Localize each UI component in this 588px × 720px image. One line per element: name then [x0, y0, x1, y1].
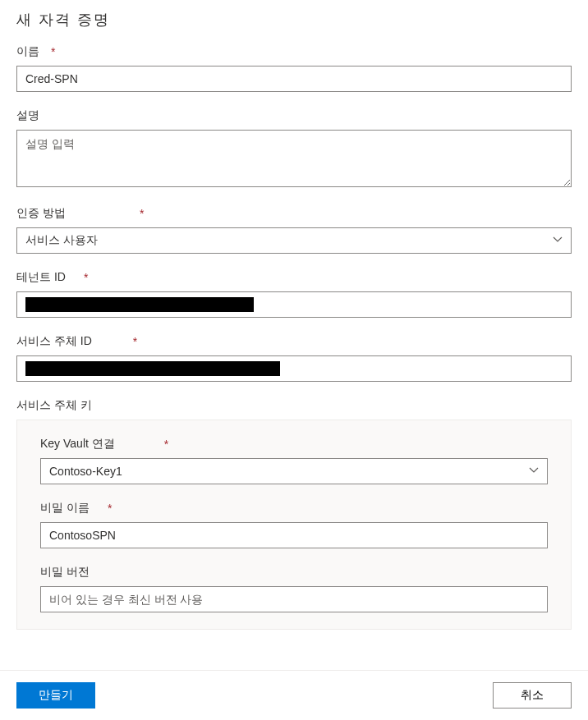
auth-method-field-group: 인증 방법 * 서비스 사용자 [16, 206, 572, 254]
required-marker: * [51, 45, 55, 58]
auth-method-select[interactable]: 서비스 사용자 [16, 227, 572, 254]
auth-method-label: 인증 방법 [16, 206, 66, 221]
name-label: 이름 [16, 44, 39, 59]
kv-connection-select[interactable]: Contoso-Key1 [40, 458, 548, 484]
secret-name-field-group: 비밀 이름 * [40, 501, 548, 548]
description-textarea[interactable] [16, 130, 572, 187]
required-marker: * [108, 502, 112, 515]
name-field-group: 이름 * [16, 44, 572, 92]
redacted-value [25, 361, 280, 376]
cancel-button[interactable]: 취소 [493, 682, 572, 709]
create-button[interactable]: 만들기 [16, 682, 95, 709]
sp-id-field-group: 서비스 주체 ID * [16, 334, 572, 382]
required-marker: * [140, 207, 144, 220]
description-label: 설명 [16, 108, 39, 123]
description-field-group: 설명 [16, 108, 572, 190]
footer: 만들기 취소 [0, 670, 588, 720]
tenant-id-field-group: 테넌트 ID * [16, 270, 572, 318]
page-title: 새 자격 증명 [16, 10, 572, 30]
tenant-id-input[interactable] [16, 291, 572, 318]
kv-connection-field-group: Key Vault 연결 * Contoso-Key1 [40, 437, 548, 484]
secret-name-label: 비밀 이름 [40, 501, 90, 516]
secret-version-field-group: 비밀 버전 [40, 565, 548, 612]
sp-key-section-label: 서비스 주체 키 [16, 398, 92, 413]
required-marker: * [164, 438, 168, 451]
tenant-id-label: 테넌트 ID [16, 270, 66, 285]
kv-connection-label: Key Vault 연결 [40, 437, 115, 452]
required-marker: * [84, 271, 88, 284]
required-marker: * [133, 335, 137, 348]
secret-version-label: 비밀 버전 [40, 565, 90, 580]
name-input[interactable] [16, 66, 572, 92]
secret-version-input[interactable] [40, 586, 548, 612]
redacted-value [25, 297, 254, 312]
sp-key-section-group: 서비스 주체 키 Key Vault 연결 * Contoso-Key1 [16, 398, 572, 630]
sp-id-input[interactable] [16, 355, 572, 382]
sp-key-panel: Key Vault 연결 * Contoso-Key1 비밀 이름 * [16, 420, 572, 630]
secret-name-input[interactable] [40, 522, 548, 548]
sp-id-label: 서비스 주체 ID [16, 334, 92, 349]
